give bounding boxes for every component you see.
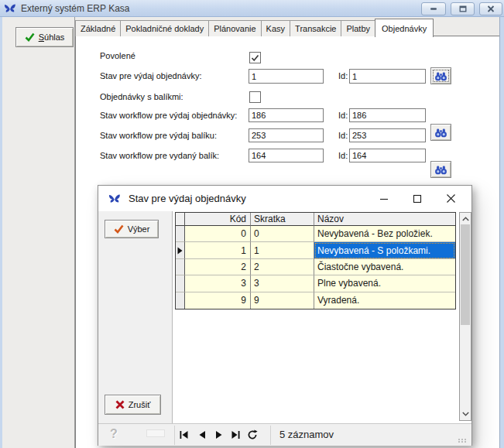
stav-vydaj-id-input[interactable] bbox=[349, 69, 426, 84]
tab-kasy[interactable]: Kasy bbox=[261, 20, 290, 36]
vyber-button[interactable]: Výber bbox=[105, 220, 159, 238]
orange-check-icon bbox=[114, 224, 124, 234]
zrusit-button[interactable]: Zrušiť bbox=[105, 395, 161, 415]
povolene-checkbox[interactable] bbox=[249, 52, 261, 63]
grid-header-nazov[interactable]: Názov bbox=[314, 213, 455, 226]
status-separator bbox=[174, 426, 175, 445]
binoculars-icon bbox=[434, 165, 447, 175]
cell-nazov[interactable]: Vyradená. bbox=[314, 292, 455, 309]
dialog-maximize-button[interactable] bbox=[400, 186, 434, 211]
status-separator bbox=[270, 426, 271, 445]
cell-nazov[interactable]: Plne vybavená. bbox=[314, 275, 455, 292]
grid-header-skratka[interactable]: Skratka bbox=[251, 213, 314, 226]
tab-objednavky[interactable]: Objednávky bbox=[375, 19, 434, 37]
minimize-button[interactable] bbox=[421, 2, 446, 15]
scrollbar-thumb[interactable] bbox=[461, 224, 470, 325]
wf-vydaj-obj-label: Stav workflow pre výdaj objednávky: bbox=[100, 111, 237, 120]
baliky-checkbox[interactable] bbox=[249, 91, 261, 103]
wf-vydany-balik-label: Stav workflow pre vydaný balík: bbox=[100, 151, 219, 160]
cell-kod[interactable]: 9 bbox=[185, 292, 251, 309]
wf-vydaj-balik-input[interactable] bbox=[249, 128, 324, 142]
vyber-button-label: Výber bbox=[128, 224, 150, 234]
cell-skratka[interactable]: 3 bbox=[251, 275, 314, 292]
nav-last-button[interactable] bbox=[228, 426, 243, 443]
cell-kod[interactable]: 2 bbox=[185, 259, 251, 275]
cell-kod[interactable]: 1 bbox=[185, 242, 251, 258]
grid-header-indicator bbox=[176, 213, 185, 226]
erp-kasa-screen: Externý systém ERP Kasa Súhlas Základné … bbox=[0, 0, 504, 448]
grid-header-kod[interactable]: Kód bbox=[185, 213, 251, 226]
checkbox-check-icon bbox=[251, 54, 259, 62]
window-border-right bbox=[499, 17, 504, 448]
nav-refresh-button[interactable] bbox=[245, 426, 260, 443]
grid-vertical-scrollbar[interactable] bbox=[459, 212, 471, 421]
table-row-selected[interactable]: 1 1 Nevybavená - S položkami. bbox=[176, 242, 455, 258]
table-row[interactable]: 3 3 Plne vybavená. bbox=[176, 275, 455, 292]
lookup-wf-vydaj-obj-button[interactable] bbox=[430, 124, 451, 141]
binoculars-icon bbox=[434, 71, 447, 81]
id-label-1: Id: bbox=[338, 71, 348, 80]
scroll-down-button[interactable] bbox=[460, 408, 471, 420]
wf-vydany-balik-input[interactable] bbox=[249, 149, 324, 162]
suhlas-button[interactable]: Súhlas bbox=[15, 27, 74, 47]
nav-next-button[interactable] bbox=[211, 426, 227, 443]
lookup-wf-vydaj-balik-button[interactable] bbox=[430, 161, 451, 178]
nav-prev-button[interactable] bbox=[194, 426, 210, 443]
suhlas-button-label: Súhlas bbox=[39, 32, 65, 42]
id-label-4: Id: bbox=[338, 151, 348, 160]
cell-skratka[interactable]: 2 bbox=[251, 259, 314, 275]
wf-vydaj-obj-input[interactable] bbox=[249, 108, 324, 122]
butterfly-icon bbox=[108, 193, 121, 205]
minimize-icon bbox=[379, 194, 389, 203]
cell-skratka[interactable]: 1 bbox=[251, 242, 314, 258]
maximize-icon bbox=[413, 194, 422, 203]
green-check-icon bbox=[25, 32, 35, 42]
cell-kod[interactable]: 3 bbox=[185, 275, 251, 292]
cell-nazov[interactable]: Nevybavená - Bez položiek. bbox=[314, 226, 455, 242]
status-spacer bbox=[146, 429, 165, 437]
last-record-icon bbox=[231, 430, 241, 439]
window-title: Externý systém ERP Kasa bbox=[21, 3, 130, 14]
butterfly-icon bbox=[4, 2, 16, 15]
wf-vydany-balik-id-input[interactable] bbox=[349, 149, 426, 162]
table-row[interactable]: 9 9 Vyradená. bbox=[176, 292, 455, 309]
restore-button[interactable] bbox=[451, 2, 475, 15]
current-row-arrow-icon bbox=[177, 247, 183, 255]
tab-bar: Základné Pokladničné doklady Plánovanie … bbox=[75, 19, 433, 36]
row-indicator bbox=[176, 226, 185, 242]
tab-zakladne[interactable]: Základné bbox=[75, 20, 121, 36]
scroll-up-button[interactable] bbox=[460, 213, 471, 225]
cell-nazov-selected[interactable]: Nevybavená - S položkami. bbox=[314, 242, 455, 258]
chevron-up-icon bbox=[462, 217, 469, 221]
cell-nazov[interactable]: Čiastočne vybavená. bbox=[314, 259, 455, 275]
tab-pokladnicne-doklady[interactable]: Pokladničné doklady bbox=[120, 20, 209, 36]
left-button-panel bbox=[2, 17, 75, 448]
dialog-status-bar: ? 5 záznamov bbox=[98, 423, 471, 446]
tab-platby[interactable]: Platby bbox=[341, 20, 375, 36]
row-indicator-current bbox=[176, 242, 185, 258]
nav-first-button[interactable] bbox=[176, 426, 191, 443]
cell-skratka[interactable]: 9 bbox=[251, 292, 314, 309]
povolene-label: Povolené bbox=[100, 51, 135, 60]
close-button[interactable] bbox=[479, 2, 502, 15]
dialog-close-button[interactable] bbox=[434, 186, 468, 211]
cell-kod[interactable]: 0 bbox=[185, 226, 251, 242]
row-indicator bbox=[176, 275, 185, 292]
record-count: 5 záznamov bbox=[279, 429, 334, 440]
binoculars-icon bbox=[434, 128, 447, 138]
wf-vydaj-obj-id-input[interactable] bbox=[349, 108, 426, 122]
minimize-icon bbox=[430, 5, 437, 12]
refresh-icon bbox=[247, 429, 258, 440]
cell-skratka[interactable]: 0 bbox=[251, 226, 314, 242]
dialog-title: Stav pre výdaj objednávky bbox=[129, 193, 246, 204]
stav-vydaj-input[interactable] bbox=[249, 69, 324, 84]
tab-transakcie[interactable]: Transakcie bbox=[290, 20, 341, 36]
wf-vydaj-balik-id-input[interactable] bbox=[349, 128, 426, 142]
help-icon: ? bbox=[110, 427, 118, 441]
table-row[interactable]: 2 2 Čiastočne vybavená. bbox=[176, 259, 455, 275]
resize-grip[interactable] bbox=[458, 439, 467, 443]
lookup-stav-vydaj-button[interactable] bbox=[430, 67, 451, 84]
tab-planovanie[interactable]: Plánovanie bbox=[208, 20, 261, 36]
dialog-minimize-button[interactable] bbox=[367, 186, 401, 211]
table-row[interactable]: 0 0 Nevybavená - Bez položiek. bbox=[176, 226, 455, 242]
